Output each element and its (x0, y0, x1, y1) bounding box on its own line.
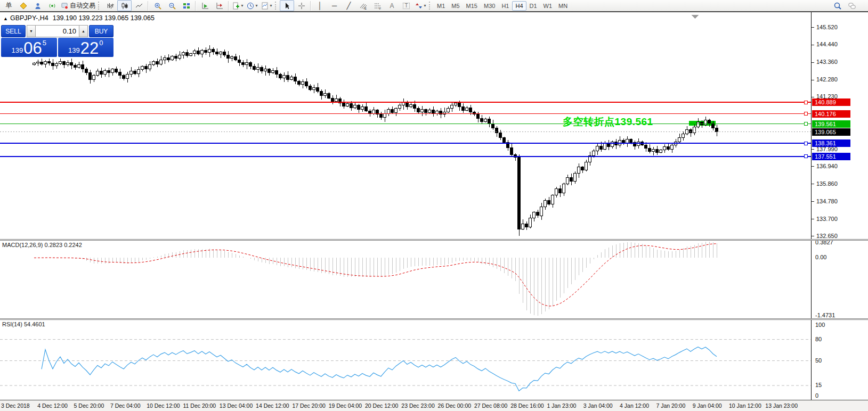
trend-line-button[interactable]: ╱ (342, 0, 356, 11)
line-handle[interactable] (804, 101, 807, 104)
candle-body (417, 109, 420, 112)
templates-button[interactable]: ▾ (259, 0, 274, 11)
macd-pane[interactable] (0, 241, 811, 318)
timeframe-d1-button[interactable]: D1 (526, 1, 540, 11)
chevron-down-icon: ▾ (241, 3, 243, 8)
candle-body (678, 138, 681, 142)
pane-divider[interactable] (0, 318, 868, 320)
candle-body (119, 72, 121, 75)
toolbar-grip (275, 2, 278, 10)
candle-body (365, 107, 368, 111)
search-button[interactable] (830, 0, 845, 11)
pane-divider[interactable] (0, 239, 868, 241)
rsi-pane[interactable] (0, 320, 811, 399)
line-handle[interactable] (804, 112, 807, 116)
crosshair-button[interactable] (294, 0, 309, 11)
arrows-button[interactable]: ▾ (413, 0, 428, 11)
chart-shift-button[interactable] (212, 0, 226, 11)
time-axis[interactable]: 3 Dec 20184 Dec 12:005 Dec 20:007 Dec 04… (0, 400, 868, 411)
text-tool-button[interactable]: A (385, 0, 399, 11)
volume-increase-button[interactable]: ▲ (79, 25, 88, 37)
candle-body (697, 122, 700, 127)
timeframe-h4-button[interactable]: H4 (512, 1, 526, 11)
candle-body (249, 62, 252, 67)
template-icon (261, 2, 269, 10)
time-axis-label: 9 Jan 04:00 (693, 402, 722, 409)
zoom-out-button[interactable] (165, 0, 179, 11)
candle-body (171, 56, 174, 60)
equidistant-channel-button[interactable]: E (356, 0, 370, 11)
timeframe-m15-button[interactable]: M15 (463, 1, 481, 11)
candle-body (600, 146, 603, 149)
timeframe-m5-button[interactable]: M5 (448, 1, 463, 11)
vertical-line-button[interactable]: │ (313, 0, 327, 11)
price-scale[interactable]: 145.520144.440143.360142.280141.230137.9… (811, 12, 868, 400)
volume-decrease-button[interactable]: ▼ (27, 25, 36, 37)
cursor-button[interactable] (280, 0, 294, 11)
market-watch-icon (20, 2, 27, 10)
market-watch-button[interactable] (16, 0, 30, 11)
main-chart[interactable] (0, 12, 811, 240)
fibonacci-button[interactable]: F (370, 0, 385, 11)
candle-body (115, 69, 118, 72)
chart-annotation[interactable]: 多空转折点139.561 (563, 115, 653, 129)
rsi-label: RSI(14) 54.4601 (2, 321, 45, 327)
sell-price[interactable]: 139065 (1, 38, 57, 57)
candle-body (682, 134, 685, 138)
autotrading-button[interactable]: 自动交易 (59, 0, 97, 11)
line-handle[interactable] (804, 155, 807, 158)
auto-scroll-button[interactable] (198, 0, 212, 11)
sell-button[interactable]: SELL (1, 25, 26, 37)
line-handle[interactable] (804, 142, 807, 145)
periods-button[interactable]: ▾ (245, 0, 259, 11)
timeframe-w1-button[interactable]: W1 (540, 1, 556, 11)
indicators-button[interactable]: ▾ (231, 0, 245, 11)
price-tick-mark (812, 184, 814, 184)
time-axis-label: 4 Jan 12:00 (620, 402, 649, 409)
chart-symbol: GBPJPY-,H4 (10, 14, 48, 22)
price-level-tag: 139.065 (812, 128, 850, 136)
signal-button[interactable] (45, 0, 59, 11)
candle-body (149, 65, 151, 69)
candle-body (331, 98, 334, 101)
candle-body (111, 69, 114, 73)
chat-button[interactable] (845, 0, 859, 11)
candle-body (242, 62, 245, 65)
candlestick-chart-button[interactable] (117, 0, 132, 11)
new-order-button[interactable]: 单 (2, 0, 16, 11)
tile-windows-button[interactable] (179, 0, 193, 11)
timeframe-m1-button[interactable]: M1 (434, 1, 448, 11)
candle-body (406, 102, 409, 107)
trade-panel-prices: 139065 139220 (1, 38, 113, 57)
line-handle[interactable] (804, 122, 807, 126)
candle-body (324, 93, 327, 96)
volume-input[interactable]: 0.10 (36, 25, 79, 37)
text-label-button[interactable]: T (399, 0, 413, 11)
zoom-in-button[interactable] (150, 0, 165, 11)
line-chart-button[interactable] (132, 0, 146, 11)
candle-body (667, 147, 670, 150)
timeframe-m30-button[interactable]: M30 (481, 1, 498, 11)
trade-panel-controls: SELL ▼ 0.10 ▲ BUY (1, 25, 113, 37)
candle-body (466, 108, 468, 110)
bar-chart-button[interactable] (103, 0, 117, 11)
horizontal-line-button[interactable]: ─ (327, 0, 342, 11)
rsi-scale-label: 100 (815, 322, 825, 328)
timeframe-mn-button[interactable]: MN (555, 1, 571, 11)
candle-body (354, 105, 356, 108)
candle-body (689, 130, 692, 133)
candle-body (89, 73, 92, 79)
buy-button[interactable]: BUY (89, 25, 113, 37)
candle-body (309, 86, 312, 90)
buy-price[interactable]: 139220 (58, 38, 114, 57)
candle-body (455, 103, 457, 105)
sell-price-sup: 5 (43, 39, 46, 47)
timeframe-h1-button[interactable]: H1 (498, 1, 512, 11)
candle-body (529, 218, 532, 227)
candle-body (275, 70, 278, 75)
price-tick-mark (812, 97, 814, 97)
navigator-button[interactable] (30, 0, 45, 11)
chart-title: ▲GBPJPY-,H4139.190 139.223 139.065 139.0… (3, 14, 155, 22)
chart-shift-marker[interactable] (691, 15, 699, 19)
candle-body (484, 119, 487, 122)
